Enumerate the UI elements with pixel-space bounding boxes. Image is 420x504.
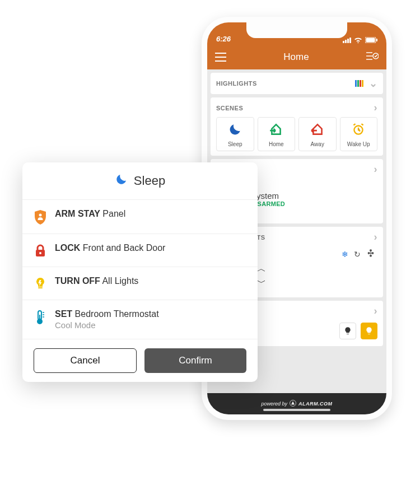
svg-point-7 [39, 214, 42, 217]
chevron-down-icon[interactable]: ⌄ [369, 77, 378, 90]
schedule-mode-icon[interactable]: ↻ [354, 250, 361, 259]
light-on-button[interactable] [361, 323, 377, 339]
scenes-card: SCENES › Sleep Home [211, 97, 383, 156]
action-lights-off: TURN OFF All Lights [22, 267, 258, 300]
scene-confirm-modal: Sleep ARM STAY Panel LOCK Front and Back… [22, 162, 258, 382]
scene-sleep[interactable]: Sleep [216, 117, 254, 151]
signal-icon [343, 38, 351, 43]
light-off-button[interactable] [339, 323, 356, 339]
chevron-right-icon[interactable]: › [374, 231, 378, 243]
highlights-label: HIGHLIGHTS [216, 80, 257, 87]
action-arm-stay: ARM STAY Panel [22, 200, 258, 234]
fan-icon[interactable] [366, 249, 375, 259]
status-time: 6:26 [216, 35, 231, 43]
temp-up-button[interactable]: ︿ [257, 263, 266, 275]
menu-icon[interactable] [215, 53, 226, 62]
footer-text: powered by [261, 401, 287, 407]
scenes-label: SCENES [216, 105, 243, 111]
thermometer-icon [34, 309, 47, 325]
svg-rect-10 [38, 287, 43, 288]
footer-bar: powered by ALARM.COM [207, 393, 386, 414]
nav-bar: Home [207, 45, 386, 69]
highlights-colors-icon [355, 80, 363, 87]
scene-home[interactable]: Home [258, 117, 296, 151]
snowflake-icon[interactable]: ❄ [342, 250, 348, 259]
highlights-card[interactable]: HIGHLIGHTS ⌄ [211, 73, 383, 94]
modal-title-row: Sleep [22, 162, 258, 200]
footer-brand: ALARM.COM [298, 401, 333, 407]
schedule-icon[interactable] [366, 52, 379, 63]
phone-notch [246, 22, 347, 38]
nav-title: Home [283, 52, 309, 63]
modal-title: Sleep [134, 174, 165, 188]
chevron-right-icon[interactable]: › [374, 102, 378, 114]
lock-icon [34, 243, 47, 258]
svg-rect-13 [39, 315, 40, 320]
chevron-right-icon[interactable]: › [374, 305, 378, 317]
bulb-icon [34, 276, 47, 291]
scene-wakeup[interactable]: Wake Up [340, 117, 378, 151]
home-in-icon [269, 122, 283, 139]
chevron-right-icon[interactable]: › [374, 164, 378, 175]
action-lock: LOCK Front and Back Door [22, 234, 258, 267]
alarm-clock-icon [351, 122, 366, 139]
wifi-icon [354, 37, 362, 43]
action-subtext: Cool Mode [55, 320, 159, 330]
battery-icon [365, 37, 377, 43]
svg-rect-1 [366, 38, 375, 43]
confirm-button[interactable]: Confirm [144, 348, 246, 373]
cancel-button[interactable]: Cancel [34, 348, 137, 373]
action-thermostat: SET Bedroom Thermostat Cool Mode [22, 300, 258, 339]
svg-rect-2 [376, 39, 377, 41]
temp-down-button[interactable]: ﹀ [257, 277, 266, 289]
moon-icon [115, 172, 128, 189]
scene-away[interactable]: Away [298, 117, 337, 151]
shield-person-icon [34, 209, 47, 225]
svg-point-9 [39, 252, 41, 254]
alarm-logo-icon [290, 400, 296, 408]
home-out-icon [310, 122, 325, 139]
home-indicator[interactable] [263, 409, 330, 411]
moon-icon [228, 122, 242, 139]
